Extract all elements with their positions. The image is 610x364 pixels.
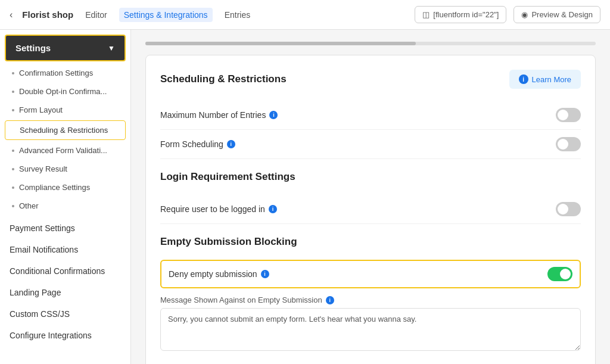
require-login-toggle[interactable] [556,202,581,216]
sidebar-item-confirmation[interactable]: Confirmation Settings [0,64,130,82]
max-entries-toggle[interactable] [556,108,581,122]
top-nav: ‹ Florist shop Editor Settings & Integra… [0,0,610,30]
main-layout: Settings ▼ Confirmation Settings Double … [0,30,610,364]
sidebar-item-compliance[interactable]: Compliance Settings [0,178,130,197]
shortcode-button[interactable]: ◫ [fluentform id="22"] [415,6,506,23]
sidebar-sub-items: Confirmation Settings Double Opt-in Conf… [0,61,130,217]
message-info-icon[interactable]: i [326,296,334,304]
nav-settings[interactable]: Settings & Integrations [119,8,213,22]
require-login-label: Require user to be logged in i [160,204,277,214]
settings-card: Scheduling & Restrictions i Learn More M… [145,55,596,364]
form-scheduling-row: Form Scheduling i [160,130,581,159]
empty-message-textarea[interactable]: Sorry, you cannot submit an empty form. … [160,308,581,351]
message-label: Message Shown Against on Empty Submissio… [160,295,581,304]
require-login-row: Require user to be logged in i [160,195,581,224]
deny-empty-info-icon[interactable]: i [261,270,269,278]
sidebar-item-conditional-confirmations[interactable]: Conditional Confirmations [0,260,130,282]
sidebar-item-advanced-validation[interactable]: Advanced Form Validati... [0,141,130,160]
max-entries-info-icon[interactable]: i [269,111,278,119]
sidebar-item-scheduling[interactable]: Scheduling & Restrictions [5,120,126,140]
nav-entries[interactable]: Entries [220,8,256,22]
sidebar-item-form-layout[interactable]: Form Layout [0,101,130,119]
max-entries-row: Maximum Number of Entries i [160,101,581,130]
empty-submission-section-header: Empty Submission Blocking [160,236,581,248]
eye-icon: ◉ [521,10,528,19]
form-scheduling-toggle[interactable] [556,137,581,151]
nav-editor[interactable]: Editor [80,8,112,22]
form-scheduling-info-icon[interactable]: i [227,140,235,148]
empty-submission-title: Empty Submission Blocking [160,236,297,248]
max-entries-label: Maximum Number of Entries i [160,110,278,120]
scheduling-title: Scheduling & Restrictions [160,73,287,85]
sidebar-item-survey[interactable]: Survey Result [0,160,130,178]
sidebar-item-integrations[interactable]: Configure Integrations [0,325,130,346]
deny-empty-toggle[interactable] [547,267,572,281]
empty-message-area: Message Shown Against on Empty Submissio… [160,295,581,353]
deny-empty-row: Deny empty submission i [160,260,581,288]
sidebar-header[interactable]: Settings ▼ [5,35,126,61]
scheduling-section-header: Scheduling & Restrictions i Learn More [160,70,581,89]
preview-design-button[interactable]: ◉ Preview & Design [513,6,600,23]
deny-empty-label: Deny empty submission i [169,269,269,279]
sidebar-item-double-optin[interactable]: Double Opt-in Confirma... [0,82,130,101]
main-content: Scheduling & Restrictions i Learn More M… [131,30,610,364]
form-scheduling-label: Form Scheduling i [160,139,235,149]
app-title: Florist shop [22,10,73,20]
sidebar-item-email-notifications[interactable]: Email Notifications [0,239,130,260]
login-title: Login Requirement Settings [160,171,295,183]
login-section-header: Login Requirement Settings [160,171,581,183]
sidebar-item-payment[interactable]: Payment Settings [0,217,130,239]
code-icon: ◫ [422,10,430,19]
sidebar-item-other[interactable]: Other [0,197,130,215]
sidebar-item-custom-css[interactable]: Custom CSS/JS [0,303,130,325]
learn-more-button[interactable]: i Learn More [509,70,581,89]
back-button[interactable]: ‹ [10,10,13,20]
sidebar: Settings ▼ Confirmation Settings Double … [0,30,131,364]
scroll-indicator [145,42,596,45]
chevron-down-icon: ▼ [108,44,115,52]
info-circle-icon: i [519,74,528,84]
sidebar-header-label: Settings [15,43,51,53]
sidebar-item-landing-page[interactable]: Landing Page [0,282,130,303]
require-login-info-icon[interactable]: i [269,205,277,213]
